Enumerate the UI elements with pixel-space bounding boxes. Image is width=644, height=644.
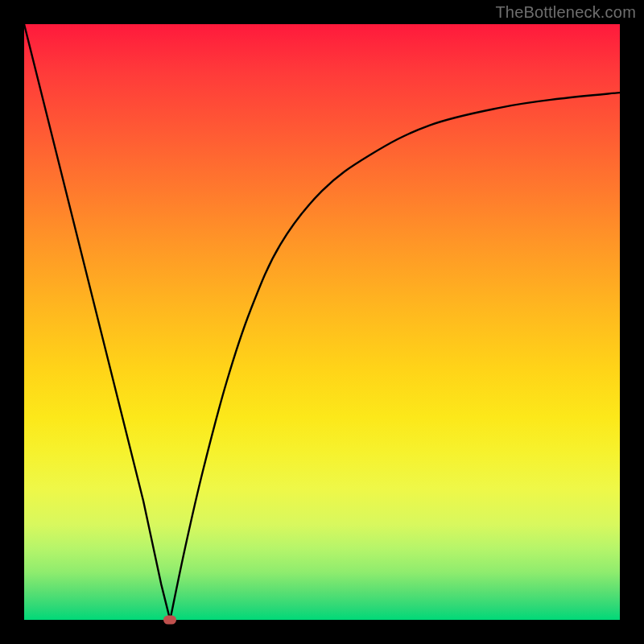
bottleneck-curve [24, 24, 620, 620]
curve-path [24, 24, 620, 620]
chart-frame: TheBottleneck.com [0, 0, 644, 644]
plot-area [24, 24, 620, 620]
optimal-point-marker [163, 616, 176, 625]
attribution-text: TheBottleneck.com [495, 3, 636, 22]
